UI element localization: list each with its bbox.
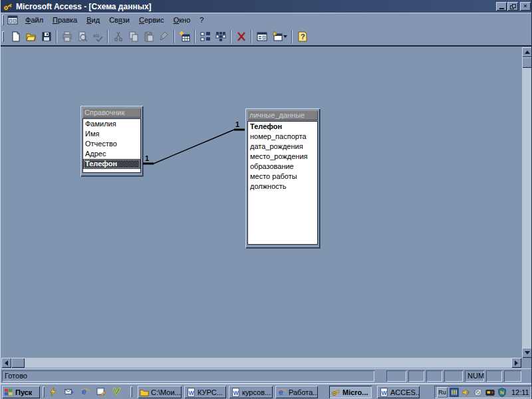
field-row[interactable]: номер_паспорта — [248, 132, 317, 142]
quicklaunch-lightning-button[interactable] — [47, 386, 59, 397]
schema-surface[interactable]: 1 1 Справочник Фамилия Имя Отчество Адре… — [1, 47, 521, 358]
print-icon — [62, 31, 72, 42]
arrow-down-icon — [525, 351, 530, 354]
taskbar-button-access[interactable]: Micro... — [329, 386, 372, 398]
minimize-button[interactable] — [496, 2, 507, 11]
table-title[interactable]: личные_данные — [247, 110, 318, 120]
restore-button[interactable] — [507, 2, 518, 11]
table-spravochnik[interactable]: Справочник Фамилия Имя Отчество Адрес Те… — [80, 106, 143, 176]
field-row-primary-key[interactable]: Телефон — [248, 122, 317, 132]
cut-button[interactable] — [110, 29, 126, 44]
new-object-dropdown-icon[interactable] — [283, 35, 287, 38]
status-bar: Готово NUM — [1, 368, 532, 383]
field-row[interactable]: должность — [248, 182, 317, 192]
field-row-selected[interactable]: Телефон — [83, 159, 140, 169]
help-button[interactable]: ? — [295, 29, 310, 44]
quicklaunch-ie-button[interactable]: e — [79, 386, 91, 397]
desktop-pen-icon — [96, 387, 106, 396]
field-row[interactable]: Фамилия — [83, 119, 140, 129]
bars-indicator-icon[interactable] — [449, 387, 460, 398]
table-lichnye-dannye[interactable]: личные_данные Телефон номер_паспорта дат… — [245, 108, 320, 248]
status-panel — [486, 370, 502, 382]
svg-text:?: ? — [301, 33, 305, 41]
taskbar-button-ie[interactable]: e Работа... — [275, 386, 318, 398]
print-preview-icon — [77, 31, 88, 42]
copy-button[interactable] — [126, 29, 141, 44]
delete-button[interactable] — [233, 29, 249, 44]
format-painter-icon — [159, 31, 170, 42]
menu-tools[interactable]: Сервис — [134, 14, 169, 26]
taskbar-grip[interactable] — [43, 386, 45, 397]
language-indicator[interactable]: Ru — [437, 387, 448, 398]
relationships-window-icon[interactable] — [7, 15, 18, 25]
print-button[interactable] — [59, 29, 74, 44]
database-window-button[interactable] — [254, 29, 269, 44]
horizontal-scrollbar[interactable] — [1, 358, 521, 368]
scroll-right-button[interactable] — [511, 358, 521, 368]
menu-view[interactable]: Вид — [82, 14, 104, 26]
norton-shield-icon[interactable]: N — [497, 387, 507, 398]
save-button[interactable] — [39, 29, 54, 44]
quicklaunch-mail-button[interactable] — [63, 386, 75, 397]
windows-logo-icon — [4, 388, 13, 397]
access-key-icon — [3, 1, 13, 12]
field-row[interactable]: дата_рождения — [248, 142, 317, 152]
cut-icon — [113, 31, 124, 42]
start-button[interactable]: Пуск — [2, 386, 40, 398]
field-row[interactable]: место работы — [248, 172, 317, 182]
taskbar-button-word3[interactable]: W ACCES... — [377, 386, 420, 398]
status-num-indicator: NUM — [465, 370, 484, 382]
print-preview-button[interactable] — [74, 29, 90, 44]
spelling-button[interactable]: ab — [90, 29, 105, 44]
paste-button[interactable] — [141, 29, 156, 44]
menu-help[interactable]: ? — [195, 14, 208, 26]
field-row[interactable]: Отчество — [83, 139, 140, 149]
taskbar-button-folder[interactable]: C:\Мои... — [138, 386, 182, 398]
volume-icon[interactable] — [461, 387, 471, 398]
field-row[interactable]: место_рождения — [248, 152, 317, 162]
field-row[interactable]: образование — [248, 162, 317, 172]
all-relationships-button[interactable] — [213, 29, 228, 44]
word-icon: W — [186, 388, 196, 397]
field-row[interactable]: Имя — [83, 129, 140, 139]
clock[interactable]: 12:11 — [511, 388, 529, 396]
relation-cardinality-label: 1 — [235, 120, 239, 128]
status-panel — [504, 370, 521, 382]
vertical-scrollbar[interactable] — [522, 47, 532, 358]
menu-window[interactable]: Окно — [169, 14, 196, 26]
taskbar-button-word1[interactable]: W КУРС... — [184, 386, 226, 398]
scroll-left-button[interactable] — [1, 358, 11, 368]
status-message: Готово — [2, 370, 374, 382]
field-row[interactable]: Адрес — [83, 149, 140, 159]
svg-text:ab: ab — [93, 33, 99, 39]
format-painter-button[interactable] — [156, 29, 172, 44]
menu-relationships[interactable]: Связи — [104, 14, 134, 26]
svg-text:N: N — [500, 390, 504, 396]
open-button[interactable] — [23, 29, 39, 44]
toolbar-grip[interactable] — [2, 31, 4, 42]
close-button[interactable]: × — [520, 2, 531, 11]
horizontal-scroll-thumb[interactable] — [11, 358, 25, 368]
direct-relationships-button[interactable] — [198, 29, 213, 44]
scroll-down-button[interactable] — [522, 348, 532, 358]
new-object-button[interactable] — [269, 29, 289, 44]
menu-file[interactable]: Файл — [21, 14, 48, 26]
show-table-button[interactable] — [177, 29, 192, 44]
title-bar[interactable]: Microsoft Access - [Схема данных] × — [1, 0, 532, 13]
vertical-scroll-thumb[interactable] — [522, 57, 532, 68]
menu-edit[interactable]: Правка — [48, 14, 82, 26]
internet-explorer-icon: e — [80, 387, 90, 396]
quicklaunch-desktop-button[interactable] — [95, 386, 107, 397]
arrow-right-icon — [515, 360, 518, 366]
save-icon — [41, 31, 52, 42]
system-tray: Ru N 12:11 — [434, 386, 531, 398]
new-button[interactable] — [8, 29, 23, 44]
menubar-grip[interactable] — [2, 15, 4, 25]
camera-icon[interactable] — [485, 387, 495, 398]
taskbar-button-word2[interactable]: W курсов... — [229, 386, 273, 398]
table-title[interactable]: Справочник — [82, 108, 141, 118]
quicklaunch-v-button[interactable] — [111, 386, 123, 397]
disabled-swirl-icon[interactable] — [473, 387, 483, 398]
taskbar-grip[interactable] — [130, 386, 132, 397]
scroll-up-button[interactable] — [522, 47, 532, 57]
